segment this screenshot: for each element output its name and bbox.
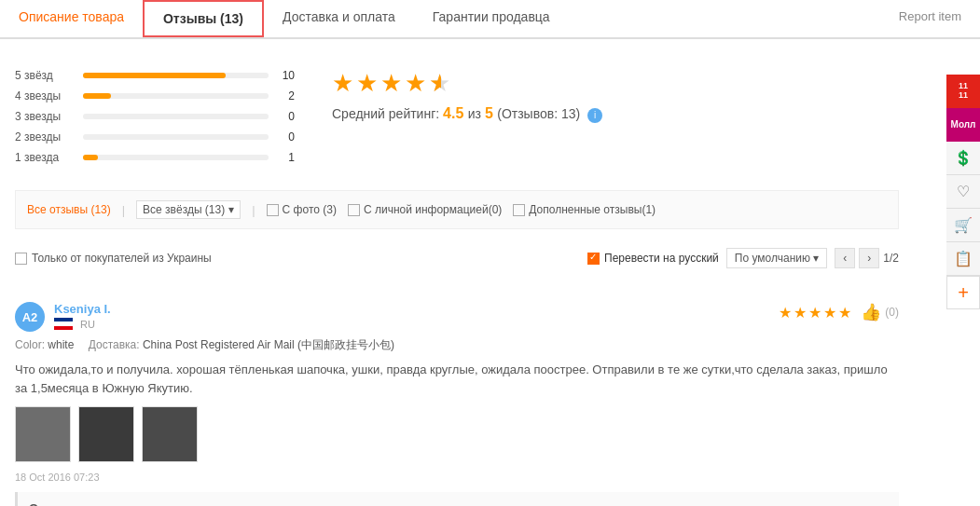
review-date: 18 Oct 2016 07:23	[15, 472, 899, 483]
color-value: white	[48, 338, 76, 351]
star-4: ★	[405, 69, 426, 98]
tab-description[interactable]: Описание товара	[0, 0, 143, 37]
review-images	[15, 406, 899, 462]
rev-star-3: ★	[808, 304, 821, 321]
prev-page-button[interactable]: ‹	[835, 248, 855, 268]
tab-guarantee[interactable]: Гарантии продавца	[414, 0, 569, 37]
star-bar-count: 1	[276, 151, 295, 164]
sidebar-sale-icon: 1111	[959, 82, 968, 101]
info-icon[interactable]: i	[587, 108, 602, 123]
tab-delivery[interactable]: Доставка и оплата	[264, 0, 414, 37]
filter-additional[interactable]: Дополненные отзывы(1)	[513, 203, 656, 216]
ukraine-only-toggle[interactable]: Только от покупателей из Украины	[15, 252, 212, 265]
out-of-value: 5	[485, 105, 497, 121]
star-bar-label: 4 звезды	[15, 89, 76, 103]
options-left: Только от покупателей из Украины	[15, 252, 212, 265]
star-1: ★	[332, 69, 353, 98]
bar-background	[83, 73, 269, 78]
filter-all-stars-label: Все звёзды (13)	[143, 203, 225, 216]
like-count: (0)	[885, 306, 899, 319]
sidebar-mall[interactable]: Молл	[946, 108, 980, 142]
reviewer-name: Kseniya I.	[54, 302, 769, 316]
star-bars-section: 5 звёзд 10 4 звезды 2 3 звезды 0 2 звезд…	[15, 69, 295, 171]
translate-toggle[interactable]: Перевести на русский	[587, 252, 719, 265]
with-info-checkbox[interactable]	[348, 204, 360, 216]
star-bar-label: 3 звезды	[15, 110, 76, 123]
like-button[interactable]: 👍 (0)	[861, 302, 899, 322]
sort-chevron-icon	[813, 252, 819, 265]
reviewer-country: RU	[54, 318, 769, 330]
review-image-1[interactable]	[15, 406, 71, 462]
rev-star-2: ★	[794, 304, 807, 321]
sidebar-clipboard[interactable]: 📋	[946, 242, 980, 276]
average-label: Средний рейтинг:	[332, 106, 439, 121]
review-item: A2 Kseniya I. RU ★ ★ ★ ★ ★ 👍 (0) Color:	[15, 287, 899, 506]
star-bar-row-3: 3 звезды 0	[15, 110, 295, 123]
next-page-button[interactable]: ›	[859, 248, 879, 268]
filter-with-photo[interactable]: С фото (3)	[267, 203, 337, 216]
average-value: 4.5	[443, 105, 468, 121]
additional-label: Дополненные отзывы(1)	[529, 203, 656, 216]
page-info: 1/2	[883, 252, 899, 265]
rating-summary: ★ ★ ★ ★ ★ ★ Средний рейтинг: 4.5 из 5 (О…	[332, 69, 899, 171]
stars-display: ★ ★ ★ ★ ★ ★	[332, 69, 899, 98]
sidebar-heart[interactable]: ♡	[946, 175, 980, 209]
star-bar-label: 1 звезда	[15, 151, 76, 164]
options-row: Только от покупателей из Украины Перевес…	[15, 240, 899, 276]
sidebar-dollar[interactable]: 💲	[946, 142, 980, 175]
filter-with-info[interactable]: С личной информацией(0)	[348, 203, 502, 216]
tab-reviews[interactable]: Отзывы (13)	[143, 0, 264, 37]
options-right: Перевести на русский По умолчанию ‹ › 1/…	[587, 248, 899, 268]
right-sidebar: 1111 Молл 💲 ♡ 🛒 📋 +	[946, 75, 980, 309]
bar-fill	[83, 93, 111, 99]
star-2: ★	[356, 69, 378, 98]
star-bar-row-2: 4 звезды 2	[15, 89, 295, 103]
reviewer-info: Kseniya I. RU	[54, 302, 769, 330]
sidebar-mall-label: Молл	[951, 119, 976, 130]
bar-background	[83, 114, 269, 119]
star-bar-row-4: 2 звезды 0	[15, 130, 295, 144]
star-bar-count: 0	[276, 130, 295, 144]
star-bar-count: 0	[276, 110, 295, 123]
rev-star-4: ★	[823, 304, 836, 321]
star-bar-label: 5 звёзд	[15, 69, 76, 82]
sidebar-cart[interactable]: 🛒	[946, 209, 980, 242]
rev-star-5: ★	[838, 304, 851, 321]
rev-star-1: ★	[779, 304, 792, 321]
color-label: Color:	[15, 338, 45, 351]
review-body: Что ожидала,то и получила. хорошая тёпле…	[15, 361, 899, 397]
with-info-label: С личной информацией(0)	[364, 203, 502, 216]
seller-reply: Ответ продавца Приятно! использовать фен…	[15, 492, 899, 506]
bar-background	[83, 134, 269, 140]
review-image-3[interactable]	[142, 406, 198, 462]
sidebar-11-11[interactable]: 1111	[946, 75, 980, 108]
sidebar-plus[interactable]: +	[946, 276, 980, 309]
rating-text: Средний рейтинг: 4.5 из 5 (Отзывов: 13) …	[332, 105, 899, 123]
out-of-label: из	[468, 106, 481, 121]
country-flag-icon	[54, 318, 73, 330]
sort-select[interactable]: По умолчанию	[726, 248, 828, 268]
with-photo-checkbox[interactable]	[267, 204, 279, 216]
review-meta: Color: white Доставка: China Post Regist…	[15, 337, 899, 353]
country-name: RU	[80, 319, 95, 330]
additional-checkbox[interactable]	[513, 204, 525, 216]
star-3: ★	[380, 69, 402, 98]
filter-all-reviews[interactable]: Все отзывы (13)	[27, 203, 111, 216]
seller-reply-title: Ответ продавца	[29, 501, 888, 506]
review-image-2[interactable]	[78, 406, 134, 462]
bar-fill	[83, 155, 98, 160]
ukraine-checkbox[interactable]	[15, 253, 27, 265]
translate-checkbox-icon[interactable]	[587, 253, 600, 265]
review-header: A2 Kseniya I. RU ★ ★ ★ ★ ★ 👍 (0)	[15, 302, 899, 332]
star-bar-label: 2 звезды	[15, 130, 76, 144]
thumbs-up-icon: 👍	[861, 302, 881, 322]
bar-background	[83, 93, 269, 99]
star-bar-row-1: 5 звёзд 10	[15, 69, 295, 82]
bar-background	[83, 155, 269, 160]
report-item-link[interactable]: Report item	[880, 0, 980, 37]
review-stars: ★ ★ ★ ★ ★	[779, 304, 851, 321]
ukraine-label: Только от покупателей из Украины	[32, 252, 212, 265]
star-5-half: ★ ★	[429, 69, 450, 98]
filter-all-stars[interactable]: Все звёзды (13)	[136, 200, 241, 219]
delivery-value: China Post Registered Air Mail (中国邮政挂号小包…	[143, 338, 394, 351]
